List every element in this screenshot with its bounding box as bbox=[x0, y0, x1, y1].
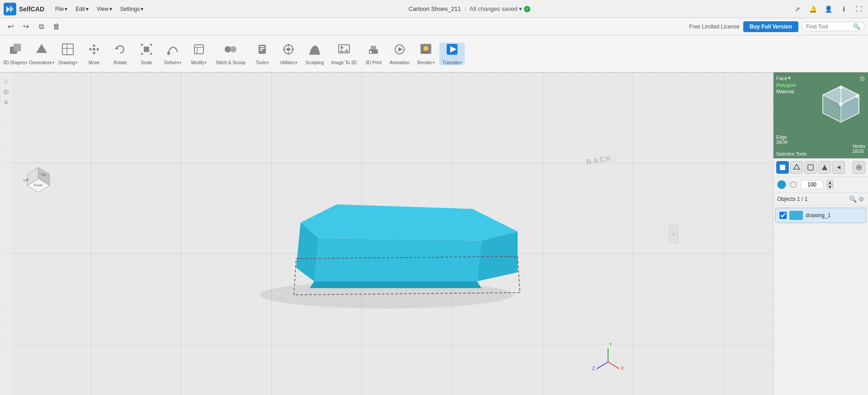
tool-sculpting[interactable]: Sculpting bbox=[302, 43, 327, 65]
find-tool-input[interactable] bbox=[806, 24, 851, 30]
tool-generators[interactable]: Generators▾ bbox=[29, 43, 54, 65]
object-checkbox[interactable] bbox=[779, 212, 787, 219]
bell-icon[interactable]: 🔔 bbox=[807, 4, 818, 14]
info-icon[interactable]: ℹ bbox=[838, 4, 849, 14]
menu-edit[interactable]: Edit ▾ bbox=[72, 4, 92, 14]
user-icon[interactable]: 👤 bbox=[823, 4, 834, 14]
logo-icon bbox=[4, 3, 16, 15]
tool-scale[interactable]: Scale bbox=[134, 43, 159, 65]
tool-render[interactable]: Render▾ bbox=[413, 43, 439, 65]
opacity-input[interactable] bbox=[801, 180, 823, 189]
nav-cube-svg: Front Left Top bbox=[14, 154, 63, 204]
copy-button[interactable]: ⧉ bbox=[34, 20, 48, 33]
share-icon[interactable]: ⇗ bbox=[792, 4, 803, 14]
svg-text:Top: Top bbox=[41, 173, 46, 176]
tool-move[interactable]: Move bbox=[81, 43, 107, 65]
rp-preview: Face ▾ Polygon Material ⚙ bbox=[774, 72, 868, 158]
menu-file[interactable]: File ▾ bbox=[52, 4, 71, 14]
objects-settings-icon[interactable]: ⚙ bbox=[859, 195, 864, 203]
tool-deform[interactable]: Deform▾ bbox=[160, 43, 185, 65]
solid-view-button[interactable] bbox=[776, 161, 789, 174]
tool-drawing[interactable]: Drawing▾ bbox=[55, 43, 80, 65]
opacity-up[interactable]: ▲ bbox=[827, 180, 833, 185]
buy-button[interactable]: Buy Full Version bbox=[743, 21, 798, 32]
viewport[interactable]: BACK bbox=[0, 72, 773, 395]
extra-view-button[interactable] bbox=[853, 161, 865, 174]
svg-marker-52 bbox=[301, 204, 518, 240]
fullscreen-icon[interactable]: ⛶ bbox=[854, 4, 864, 14]
tool-utilities[interactable]: Utilities▾ bbox=[276, 43, 301, 65]
menu-settings[interactable]: Settings ▾ bbox=[117, 4, 147, 14]
tool-rotate[interactable]: Rotate bbox=[108, 43, 133, 65]
svg-line-64 bbox=[608, 362, 619, 369]
tool-tutorials[interactable]: Tutorials▾ bbox=[439, 43, 465, 65]
tool-icons-row: 3D Shapes▾ Generators▾ Drawing▾ Move bbox=[0, 35, 868, 72]
back-view-button[interactable] bbox=[832, 161, 845, 174]
svg-marker-19 bbox=[149, 52, 152, 55]
tool-3d-print[interactable]: 3D Print bbox=[361, 43, 386, 65]
svg-rect-27 bbox=[260, 46, 264, 47]
polygon-label: Polygon bbox=[776, 82, 796, 88]
wireframe-view-button[interactable] bbox=[790, 161, 803, 174]
license-area: Free Limited License Buy Full Version 🔍 bbox=[689, 21, 864, 32]
delete-button[interactable]: 🗑 bbox=[50, 20, 63, 33]
layers-icon[interactable]: ≡ bbox=[4, 99, 8, 106]
svg-marker-42 bbox=[398, 47, 403, 52]
svg-rect-40 bbox=[370, 51, 372, 53]
view-controls bbox=[774, 158, 868, 177]
svg-point-24 bbox=[225, 46, 231, 52]
object-list: drawing_1 bbox=[774, 206, 868, 395]
preview-cube bbox=[818, 81, 863, 128]
object-svg bbox=[246, 168, 527, 313]
topbar-right-icons: ⇗ 🔔 👤 ℹ ⛶ bbox=[792, 4, 864, 14]
opacity-down[interactable]: ▼ bbox=[827, 185, 833, 189]
side-view-button[interactable] bbox=[818, 161, 831, 174]
document-title: Cartoon Shoes_211 bbox=[409, 5, 461, 12]
svg-text:Front: Front bbox=[34, 183, 42, 187]
svg-marker-55 bbox=[314, 238, 481, 281]
svg-rect-4 bbox=[14, 44, 21, 51]
compass-icon[interactable]: ◎ bbox=[3, 88, 9, 95]
objects-title: Objects 1 / 1 bbox=[777, 196, 847, 202]
undo-button[interactable]: ↩ bbox=[4, 20, 17, 33]
color-picker[interactable] bbox=[777, 180, 786, 189]
svg-rect-20 bbox=[167, 52, 170, 55]
face-label: Face ▾ bbox=[776, 75, 791, 81]
mesh-icon[interactable]: ⬡ bbox=[790, 180, 797, 190]
title-area: Cartoon Shoes_211 | All changes saved ▾ … bbox=[154, 5, 785, 12]
tool-3d-shapes[interactable]: 3D Shapes▾ bbox=[3, 43, 28, 65]
menu-view[interactable]: View ▾ bbox=[93, 4, 116, 14]
svg-rect-45 bbox=[422, 52, 429, 53]
svg-marker-16 bbox=[141, 44, 144, 47]
tool-stitch[interactable]: Stitch & Scoop bbox=[212, 43, 249, 65]
svg-marker-56 bbox=[310, 281, 481, 288]
save-status: All changes saved ▾ ✓ bbox=[470, 5, 531, 12]
edge-info: Edge 34/34 bbox=[776, 135, 788, 145]
search-objects-icon[interactable]: 🔍 bbox=[849, 195, 857, 203]
redo-button[interactable]: ↪ bbox=[19, 20, 33, 33]
svg-marker-17 bbox=[149, 44, 152, 47]
object-item-drawing1[interactable]: drawing_1 bbox=[775, 208, 866, 223]
svg-point-13 bbox=[93, 48, 95, 51]
box-view-button[interactable] bbox=[804, 161, 817, 174]
material-row: ⬡ ▲ ▼ bbox=[774, 177, 868, 193]
objects-header: Objects 1 / 1 🔍 ⚙ bbox=[774, 193, 868, 206]
collapse-panel-button[interactable]: › bbox=[669, 225, 678, 243]
svg-text:X: X bbox=[621, 366, 624, 371]
vertex-info: Vertex 16/16 bbox=[853, 144, 865, 154]
svg-rect-21 bbox=[194, 45, 203, 54]
axis-svg: X Z Y bbox=[590, 339, 626, 371]
tool-tools[interactable]: Tools▾ bbox=[250, 43, 275, 65]
tool-modify[interactable]: Modify▾ bbox=[186, 43, 212, 65]
nav-cube[interactable]: Front Left Top bbox=[14, 154, 63, 204]
svg-point-77 bbox=[839, 102, 843, 106]
svg-marker-82 bbox=[837, 166, 840, 169]
svg-marker-12 bbox=[97, 48, 99, 51]
toolbar: ↩ ↪ ⧉ 🗑 Free Limited License Buy Full Ve… bbox=[0, 18, 868, 35]
tool-animation[interactable]: Animation bbox=[387, 43, 412, 65]
home-icon[interactable]: ⌂ bbox=[4, 77, 8, 84]
app-logo[interactable]: SelfCAD bbox=[4, 3, 44, 15]
preview-cube-svg bbox=[818, 81, 863, 127]
tool-image-3d[interactable]: Image To 3D bbox=[328, 43, 360, 65]
svg-point-84 bbox=[858, 167, 860, 168]
